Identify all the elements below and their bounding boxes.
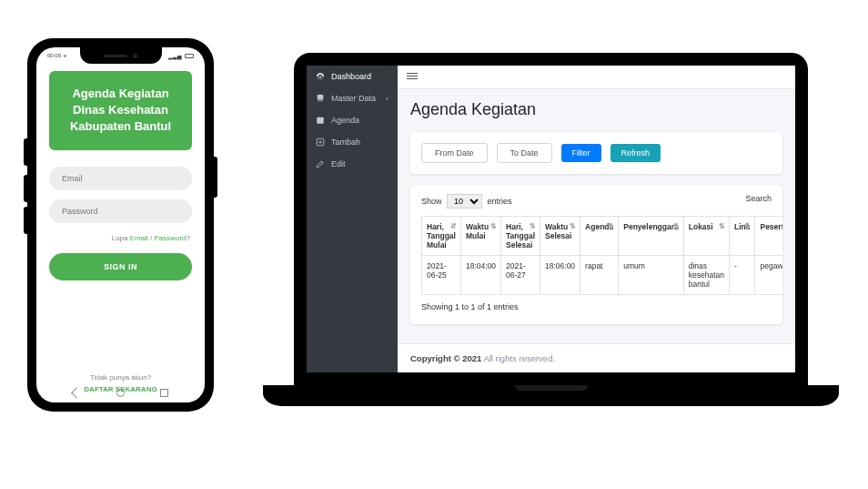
signin-button[interactable]: SIGN IN — [49, 253, 192, 280]
phone-side-button — [24, 207, 27, 234]
from-date-input[interactable]: From Date — [421, 143, 488, 163]
entries-label: entries — [488, 197, 512, 206]
svg-point-1 — [319, 76, 321, 78]
table-info: Showing 1 to 1 of 1 entries — [421, 302, 772, 311]
sort-icon: ⇅ — [570, 222, 576, 230]
laptop-base — [263, 385, 839, 406]
battery-icon — [185, 54, 194, 58]
dashboard-icon — [316, 72, 325, 81]
recent-icon[interactable] — [160, 389, 168, 397]
forgot-password-link[interactable]: Password — [154, 234, 186, 242]
login-header: Agenda Kegiatan Dinas Kesehatan Kabupate… — [49, 71, 192, 150]
phone-screen: 00:00 ▂▃▅ Agenda Kegiatan Dinas Kesehata… — [36, 47, 205, 402]
signal-icon: ▂▃▅ — [168, 53, 182, 59]
sidebar-item-agenda[interactable]: Agenda — [307, 109, 398, 131]
cell: 18:06:00 — [540, 256, 580, 295]
agenda-table: Hari, Tanggal Mulai⇵ Waktu Mulai⇅ Hari, … — [421, 216, 782, 295]
refresh-button[interactable]: Refresh — [611, 144, 661, 162]
svg-rect-6 — [321, 117, 322, 118]
sort-icon: ⇅ — [744, 222, 751, 230]
header-line: Dinas Kesehatan — [60, 102, 181, 118]
sort-icon: ⇅ — [530, 222, 536, 230]
footer: Copyright © 2021 All rights reserved. — [398, 343, 795, 372]
hamburger-icon[interactable] — [407, 71, 418, 81]
sidebar-item-tambah[interactable]: Tambah — [307, 131, 398, 153]
phone-notch — [80, 47, 162, 64]
cell: 18:04:00 — [460, 256, 500, 295]
filter-card: From Date To Date Filter Refresh — [410, 132, 782, 174]
phone-side-button — [24, 138, 27, 166]
forgot-email-link[interactable]: Email — [130, 234, 148, 242]
to-date-input[interactable]: To Date — [497, 143, 552, 163]
header-line: Agenda Kegiatan — [60, 86, 181, 102]
topbar — [398, 66, 795, 89]
email-field[interactable] — [49, 167, 192, 190]
cell: rapat — [580, 256, 619, 295]
camera-icon — [133, 54, 137, 58]
back-icon[interactable] — [71, 387, 83, 399]
sidebar-item-dashboard[interactable]: Dashboard — [307, 66, 398, 87]
table-row[interactable]: 2021-06-25 18:04:00 2021-06-27 18:06:00 … — [422, 256, 783, 295]
copyright-bold: Copyright © 2021 — [410, 353, 481, 363]
table-card: Show 10 entries Search Hari, T — [410, 185, 782, 324]
status-dot — [64, 55, 66, 57]
cell: 2021-06-27 — [501, 256, 540, 295]
col-header[interactable]: Lokasi⇅ — [683, 217, 729, 256]
sidebar-item-label: Edit — [331, 159, 346, 168]
search-control: Search — [745, 194, 772, 209]
col-header[interactable]: Waktu Selesai⇅ — [540, 217, 580, 256]
laptop-screen-frame: Dashboard Master Data ‹ Agenda — [294, 53, 808, 385]
noaccount-text: Tidak punya akun? — [49, 373, 192, 382]
forgot-prefix: Lupa — [112, 234, 130, 242]
speaker-icon — [104, 55, 127, 57]
sidebar-item-label: Master Data — [331, 94, 376, 103]
laptop-hinge-notch — [515, 385, 588, 391]
show-label: Show — [421, 197, 442, 206]
android-nav — [36, 386, 205, 400]
search-label: Search — [745, 194, 772, 203]
col-header[interactable]: Hari, Tanggal Mulai⇵ — [422, 217, 461, 256]
col-header[interactable]: Link⇅ — [729, 217, 754, 256]
database-icon — [316, 94, 325, 103]
cell: umum — [619, 256, 683, 295]
length-select[interactable]: 10 — [447, 194, 482, 209]
sidebar: Dashboard Master Data ‹ Agenda — [307, 66, 398, 372]
sidebar-item-label: Tambah — [331, 138, 360, 147]
main-area: Agenda Kegiatan From Date To Date Filter… — [398, 66, 795, 372]
cell: dinas kesehatan bantul — [683, 256, 729, 295]
col-header[interactable]: Peserta⇅ — [755, 217, 782, 256]
status-time: 00:00 — [47, 53, 61, 58]
calendar-icon — [316, 116, 325, 125]
col-header[interactable]: Waktu Mulai⇅ — [460, 217, 500, 256]
header-line: Kabupaten Bantul — [60, 118, 181, 135]
sidebar-item-label: Dashboard — [331, 72, 371, 81]
col-header[interactable]: Hari, Tanggal Selesai⇅ — [501, 217, 540, 256]
col-header[interactable]: Penyelenggara⇅ — [619, 217, 683, 256]
sidebar-item-master-data[interactable]: Master Data ‹ — [307, 87, 398, 109]
sort-icon: ⇅ — [490, 222, 497, 230]
page-title: Agenda Kegiatan — [410, 100, 782, 119]
content: Agenda Kegiatan From Date To Date Filter… — [398, 89, 795, 343]
filter-button[interactable]: Filter — [561, 144, 601, 162]
svg-rect-5 — [318, 117, 319, 118]
edit-icon — [316, 159, 325, 168]
copyright-rest: All rights reserved. — [481, 353, 555, 363]
sidebar-item-label: Agenda — [331, 116, 359, 125]
cell: pegawai — [755, 256, 782, 295]
col-header[interactable]: Agenda⇅ — [580, 217, 619, 256]
password-field[interactable] — [49, 199, 192, 223]
cell: 2021-06-25 — [422, 256, 461, 295]
phone-power-button — [214, 157, 217, 198]
laptop-screen: Dashboard Master Data ‹ Agenda — [307, 66, 795, 372]
plus-square-icon — [316, 138, 325, 147]
phone-side-button — [24, 175, 27, 202]
svg-rect-4 — [317, 117, 324, 119]
sort-icon: ⇵ — [450, 222, 457, 230]
forgot-line: Lupa Email / Password? — [51, 234, 190, 242]
sort-icon: ⇅ — [719, 222, 725, 230]
sort-icon: ⇅ — [608, 222, 614, 230]
sort-icon: ⇅ — [673, 222, 680, 230]
home-icon[interactable] — [116, 389, 125, 397]
laptop-frame: Dashboard Master Data ‹ Agenda — [263, 53, 839, 415]
sidebar-item-edit[interactable]: Edit — [307, 153, 398, 175]
